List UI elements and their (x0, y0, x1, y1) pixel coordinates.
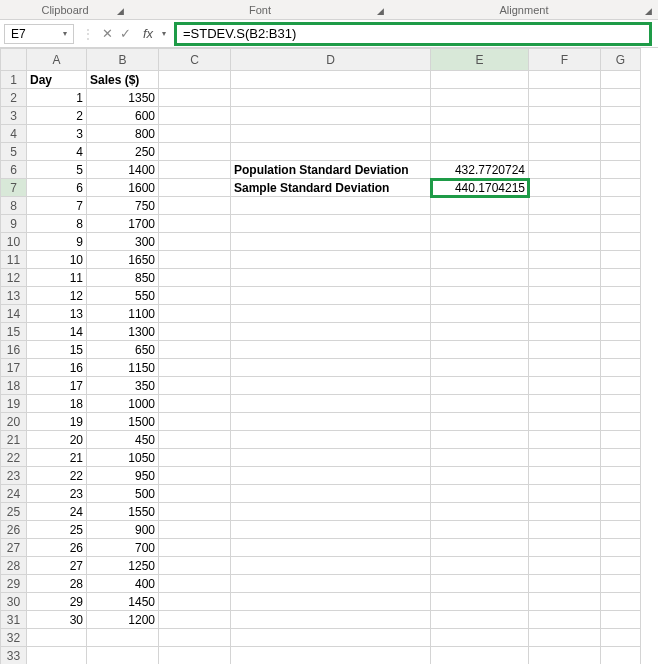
select-all-corner[interactable] (1, 49, 27, 71)
row-header-2[interactable]: 2 (1, 89, 27, 107)
column-header-A[interactable]: A (27, 49, 87, 71)
cell-B17[interactable]: 1150 (87, 359, 159, 377)
cell-F7[interactable] (529, 179, 601, 197)
cell-C30[interactable] (159, 593, 231, 611)
cell-D27[interactable] (231, 539, 431, 557)
cell-D13[interactable] (231, 287, 431, 305)
cell-A12[interactable]: 11 (27, 269, 87, 287)
cell-D21[interactable] (231, 431, 431, 449)
cell-F5[interactable] (529, 143, 601, 161)
cell-G11[interactable] (601, 251, 641, 269)
cell-D33[interactable] (231, 647, 431, 665)
cell-G18[interactable] (601, 377, 641, 395)
cell-B22[interactable]: 1050 (87, 449, 159, 467)
cell-E13[interactable] (431, 287, 529, 305)
row-header-29[interactable]: 29 (1, 575, 27, 593)
cell-G21[interactable] (601, 431, 641, 449)
cell-E15[interactable] (431, 323, 529, 341)
cancel-formula-icon[interactable]: ✕ (98, 26, 116, 41)
cell-F30[interactable] (529, 593, 601, 611)
cell-B11[interactable]: 1650 (87, 251, 159, 269)
cell-F15[interactable] (529, 323, 601, 341)
cell-B28[interactable]: 1250 (87, 557, 159, 575)
cell-A11[interactable]: 10 (27, 251, 87, 269)
cell-E25[interactable] (431, 503, 529, 521)
insert-function-icon[interactable]: fx (138, 26, 158, 41)
cell-G8[interactable] (601, 197, 641, 215)
column-header-E[interactable]: E (431, 49, 529, 71)
cell-E30[interactable] (431, 593, 529, 611)
cell-A18[interactable]: 17 (27, 377, 87, 395)
cell-A22[interactable]: 21 (27, 449, 87, 467)
cell-A19[interactable]: 18 (27, 395, 87, 413)
cell-C26[interactable] (159, 521, 231, 539)
cell-E12[interactable] (431, 269, 529, 287)
cell-C33[interactable] (159, 647, 231, 665)
cell-A28[interactable]: 27 (27, 557, 87, 575)
row-header-23[interactable]: 23 (1, 467, 27, 485)
cell-D17[interactable] (231, 359, 431, 377)
cell-E21[interactable] (431, 431, 529, 449)
row-header-28[interactable]: 28 (1, 557, 27, 575)
chevron-down-icon[interactable]: ▾ (162, 29, 174, 38)
cell-G33[interactable] (601, 647, 641, 665)
cell-A8[interactable]: 7 (27, 197, 87, 215)
cell-A5[interactable]: 4 (27, 143, 87, 161)
cell-F3[interactable] (529, 107, 601, 125)
cell-C13[interactable] (159, 287, 231, 305)
worksheet[interactable]: ABCDEFG1DaySales ($)21135032600438005425… (0, 48, 658, 664)
cell-F21[interactable] (529, 431, 601, 449)
cell-D25[interactable] (231, 503, 431, 521)
cell-E28[interactable] (431, 557, 529, 575)
cell-A2[interactable]: 1 (27, 89, 87, 107)
cell-G23[interactable] (601, 467, 641, 485)
cell-F6[interactable] (529, 161, 601, 179)
cell-G31[interactable] (601, 611, 641, 629)
cell-F14[interactable] (529, 305, 601, 323)
cell-E3[interactable] (431, 107, 529, 125)
row-header-11[interactable]: 11 (1, 251, 27, 269)
cell-B8[interactable]: 750 (87, 197, 159, 215)
cell-C31[interactable] (159, 611, 231, 629)
cell-B32[interactable] (87, 629, 159, 647)
spreadsheet-grid[interactable]: ABCDEFG1DaySales ($)21135032600438005425… (0, 48, 641, 664)
cell-F12[interactable] (529, 269, 601, 287)
cell-A29[interactable]: 28 (27, 575, 87, 593)
cell-D5[interactable] (231, 143, 431, 161)
cell-A26[interactable]: 25 (27, 521, 87, 539)
row-header-27[interactable]: 27 (1, 539, 27, 557)
row-header-16[interactable]: 16 (1, 341, 27, 359)
cell-D23[interactable] (231, 467, 431, 485)
cell-B12[interactable]: 850 (87, 269, 159, 287)
cell-D30[interactable] (231, 593, 431, 611)
cell-B26[interactable]: 900 (87, 521, 159, 539)
cell-C24[interactable] (159, 485, 231, 503)
cell-F27[interactable] (529, 539, 601, 557)
cell-G13[interactable] (601, 287, 641, 305)
cell-E22[interactable] (431, 449, 529, 467)
cell-E31[interactable] (431, 611, 529, 629)
cell-G6[interactable] (601, 161, 641, 179)
cell-E1[interactable] (431, 71, 529, 89)
cell-F25[interactable] (529, 503, 601, 521)
cell-E32[interactable] (431, 629, 529, 647)
row-header-30[interactable]: 30 (1, 593, 27, 611)
row-header-7[interactable]: 7 (1, 179, 27, 197)
cell-A24[interactable]: 23 (27, 485, 87, 503)
cell-A33[interactable] (27, 647, 87, 665)
cell-B9[interactable]: 1700 (87, 215, 159, 233)
cell-D22[interactable] (231, 449, 431, 467)
cell-B25[interactable]: 1550 (87, 503, 159, 521)
row-header-19[interactable]: 19 (1, 395, 27, 413)
cell-F22[interactable] (529, 449, 601, 467)
cell-G16[interactable] (601, 341, 641, 359)
row-header-25[interactable]: 25 (1, 503, 27, 521)
cell-C29[interactable] (159, 575, 231, 593)
cell-G26[interactable] (601, 521, 641, 539)
cell-E27[interactable] (431, 539, 529, 557)
cell-D9[interactable] (231, 215, 431, 233)
cell-D11[interactable] (231, 251, 431, 269)
cell-A16[interactable]: 15 (27, 341, 87, 359)
cell-C21[interactable] (159, 431, 231, 449)
cell-G7[interactable] (601, 179, 641, 197)
